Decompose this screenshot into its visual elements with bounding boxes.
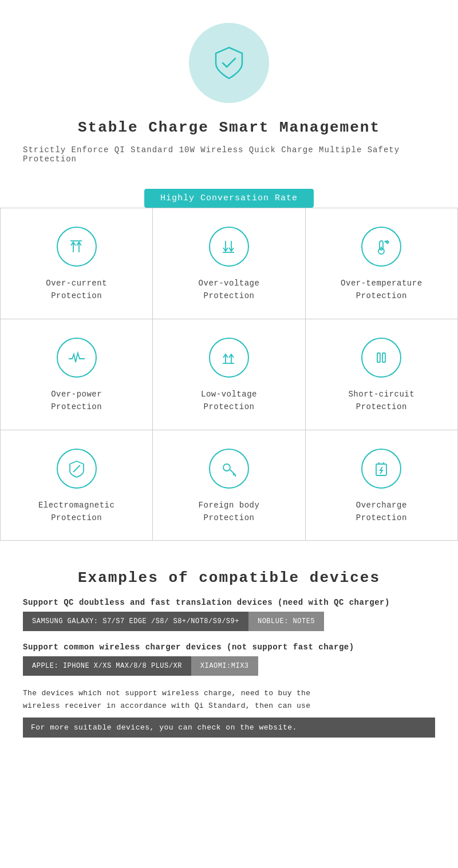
foreign-body-icon xyxy=(219,458,239,479)
grid-row-3: ElectromagneticProtection Foreign bodyPr… xyxy=(1,430,458,541)
tag-banner: Highly Conversation Rate xyxy=(144,189,314,208)
apple-device: APPLE: IPHONE X/XS MAX/8/8 PLUS/XR xyxy=(23,656,191,676)
over-temperature-icon: °C xyxy=(371,236,392,257)
overcharge-label: OverchargeProtection xyxy=(356,499,407,525)
cell-electromagnetic: ElectromagneticProtection xyxy=(1,430,153,541)
common-device-bar: APPLE: IPHONE X/XS MAX/8/8 PLUS/XR XIAOM… xyxy=(23,656,435,676)
cell-over-voltage: Over-voltageProtection xyxy=(153,208,305,319)
electromagnetic-icon-circle xyxy=(57,449,97,489)
over-temperature-icon-circle: °C xyxy=(361,227,401,267)
foreign-body-icon-circle xyxy=(209,449,249,489)
over-current-icon xyxy=(66,236,87,257)
xiaomi-device: XIAOMI:MIX3 xyxy=(191,656,258,676)
shield-icon xyxy=(209,43,249,83)
over-power-icon xyxy=(66,347,87,368)
short-circuit-icon-circle xyxy=(361,338,401,378)
cell-over-current: Over-currentProtection xyxy=(1,208,153,319)
common-support-label: Support common wireless charger devices … xyxy=(23,643,435,652)
over-current-label: Over-currentProtection xyxy=(46,277,107,303)
examples-title: Examples of compatible devices xyxy=(23,569,435,586)
svg-rect-14 xyxy=(382,353,385,362)
low-voltage-icon xyxy=(219,347,239,368)
cell-over-temperature: °C Over-temperatureProtection xyxy=(306,208,458,319)
over-voltage-label: Over-voltageProtection xyxy=(199,277,260,303)
over-temperature-label: Over-temperatureProtection xyxy=(341,277,422,303)
low-voltage-icon-circle xyxy=(209,338,249,378)
over-current-icon-circle xyxy=(57,227,97,267)
svg-text:°C: °C xyxy=(385,240,389,244)
low-voltage-label: Low-voltageProtection xyxy=(201,388,257,414)
svg-line-15 xyxy=(73,465,80,472)
over-voltage-icon xyxy=(219,236,239,257)
electromagnetic-icon xyxy=(66,458,87,479)
note-text: The devices which not support wireless c… xyxy=(23,687,435,712)
over-power-label: Over-powerProtection xyxy=(51,388,102,414)
cell-short-circuit: Short-circuitProtection xyxy=(306,319,458,430)
cell-over-power: Over-powerProtection xyxy=(1,319,153,430)
protection-grid: Over-currentProtection Over-voltageProte… xyxy=(0,208,458,541)
foreign-body-label: Foreign bodyProtection xyxy=(199,499,260,525)
short-circuit-icon xyxy=(371,347,392,368)
fast-device-bar: SAMSUNG GALAXY: S7/S7 EDGE /S8/ S8+/NOT8… xyxy=(23,612,435,631)
page-wrapper: Stable Charge Smart Management Strictly … xyxy=(0,0,458,760)
svg-rect-13 xyxy=(377,353,380,362)
fast-support-label: Support QC doubtless and fast translatio… xyxy=(23,598,435,607)
hero-section: Stable Charge Smart Management Strictly … xyxy=(0,11,458,183)
svg-point-7 xyxy=(378,248,384,254)
cell-overcharge: OverchargeProtection xyxy=(306,430,458,541)
electromagnetic-label: ElectromagneticProtection xyxy=(38,499,115,525)
svg-point-16 xyxy=(223,464,230,471)
website-note: For more suitable devices, you can check… xyxy=(23,718,435,738)
examples-section: Examples of compatible devices Support Q… xyxy=(0,541,458,748)
cell-foreign-body: Foreign bodyProtection xyxy=(153,430,305,541)
noblue-device: NOBLUE: NOTE5 xyxy=(248,612,324,631)
svg-line-17 xyxy=(230,470,236,475)
shield-icon-circle xyxy=(189,23,269,103)
over-voltage-icon-circle xyxy=(209,227,249,267)
hero-title: Stable Charge Smart Management xyxy=(78,119,380,136)
grid-row-1: Over-currentProtection Over-voltageProte… xyxy=(1,208,458,319)
overcharge-icon xyxy=(371,458,392,479)
svg-rect-20 xyxy=(376,464,386,475)
short-circuit-label: Short-circuitProtection xyxy=(348,388,414,414)
hero-subtitle: Strictly Enforce QI Standard 10W Wireles… xyxy=(23,145,435,164)
tag-row: Highly Conversation Rate xyxy=(0,183,458,208)
cell-low-voltage: Low-voltageProtection xyxy=(153,319,305,430)
overcharge-icon-circle xyxy=(361,449,401,489)
over-power-icon-circle xyxy=(57,338,97,378)
grid-row-2: Over-powerProtection Low-voltageProtecti… xyxy=(1,319,458,430)
samsung-device: SAMSUNG GALAXY: S7/S7 EDGE /S8/ S8+/NOT8… xyxy=(23,612,248,631)
